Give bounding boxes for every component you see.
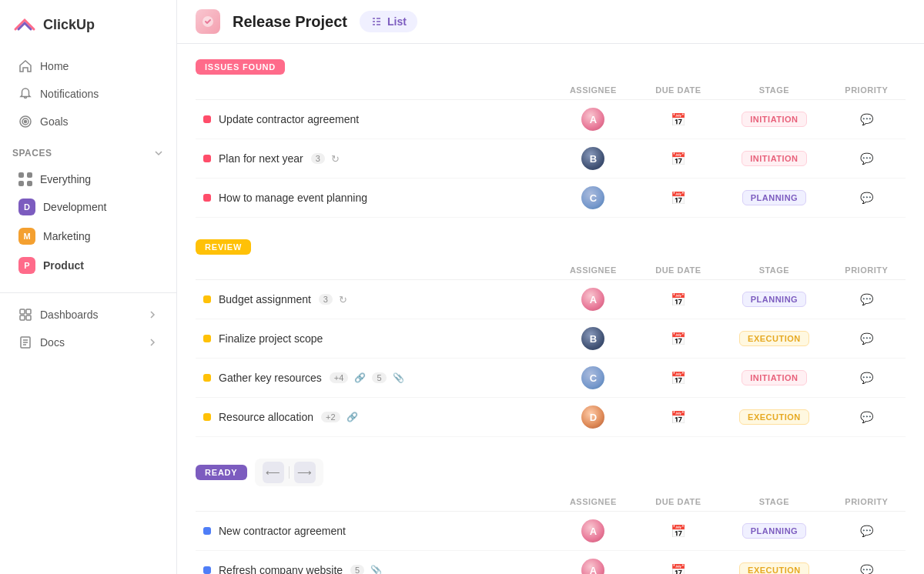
table-row[interactable]: Plan for next year 3 ↻ B 📅 — [196, 139, 906, 179]
avatar: C — [581, 186, 604, 209]
sidebar-item-everything[interactable]: Everything — [6, 166, 170, 192]
priority-dot — [203, 335, 211, 342]
table-row[interactable]: Budget assignment 3 ↻ A 📅 — [196, 280, 906, 319]
avatar: B — [581, 327, 604, 350]
priority-dot — [203, 413, 211, 421]
nav-home-label: Home — [40, 60, 69, 72]
nav-goals[interactable]: Goals — [6, 108, 170, 135]
comment-icon: 💬 — [860, 525, 873, 537]
ready-toolbar: ⟵ ⟶ — [255, 459, 323, 486]
comment-icon: 💬 — [860, 332, 873, 345]
target-icon — [18, 115, 32, 128]
stage-badge: EXECUTION — [739, 409, 809, 425]
development-label: Development — [43, 201, 107, 213]
sidebar-item-product[interactable]: P Product — [6, 251, 170, 280]
table-row[interactable]: Refresh company website 5 📎 A 📅 — [196, 551, 906, 575]
task-name: Update contractor agreement — [219, 113, 359, 125]
table-row[interactable]: Finalize project scope B 📅 EXECUTION — [196, 319, 906, 359]
table-row[interactable]: New contractor agreement A 📅 PLANNING — [196, 512, 906, 551]
attachment-icon: 📎 — [370, 565, 382, 574]
clickup-logo-icon — [12, 12, 37, 37]
view-tab-list[interactable]: List — [360, 11, 417, 32]
project-title: Release Project — [233, 13, 347, 31]
section-tag-ready: READY — [196, 465, 247, 480]
everything-label: Everything — [40, 173, 91, 185]
refresh-icon: ↻ — [339, 294, 347, 305]
calendar-icon: 📅 — [671, 113, 686, 126]
svg-rect-4 — [26, 309, 31, 314]
svg-point-2 — [25, 121, 27, 123]
sidebar-item-development[interactable]: D Development — [6, 192, 170, 222]
avatar: A — [581, 519, 604, 542]
avatar: C — [581, 366, 604, 389]
calendar-icon: 📅 — [671, 332, 686, 345]
review-table: ASSIGNEE DUE DATE STAGE PRIORITY Budget … — [196, 261, 906, 437]
task-name: Finalize project scope — [219, 332, 323, 345]
comment-icon: 💬 — [860, 372, 873, 384]
comment-icon: 💬 — [860, 411, 873, 423]
toolbar-btn-right[interactable]: ⟶ — [294, 462, 316, 483]
nav-goals-label: Goals — [40, 115, 69, 128]
priority-dot — [203, 155, 211, 162]
section-ready: READY ⟵ ⟶ ASSIGNEE DUE DATE STAGE PRIORI… — [196, 459, 906, 574]
avatar: B — [581, 147, 604, 170]
col-priority-header: PRIORITY — [828, 81, 906, 100]
spaces-header: Spaces — [0, 135, 176, 163]
stage-badge: INITIATION — [742, 112, 806, 127]
link-icon: 🔗 — [346, 412, 358, 422]
stage-badge: EXECUTION — [739, 331, 809, 346]
col-assignee-header: ASSIGNEE — [551, 81, 636, 100]
col-duedate-header-r: DUE DATE — [636, 261, 721, 280]
table-row[interactable]: Gather key resources +4 🔗 5 📎 C — [196, 359, 906, 398]
project-logo-icon — [201, 15, 215, 28]
nav-dashboards[interactable]: Dashboards — [6, 301, 170, 329]
list-icon — [370, 15, 383, 28]
toolbar-btn-left[interactable]: ⟵ — [263, 462, 284, 483]
col-name-header — [196, 81, 551, 100]
main-content: Release Project List ISSUES FOUND ASSIGN… — [177, 0, 924, 574]
nav-docs[interactable]: Docs — [6, 329, 170, 356]
nav-notifications-label: Notifications — [40, 88, 99, 100]
calendar-icon: 📅 — [671, 372, 686, 385]
col-stage-header-rd: STAGE — [721, 492, 827, 512]
stage-badge: PLANNING — [742, 523, 806, 539]
ready-table: ASSIGNEE DUE DATE STAGE PRIORITY New con… — [196, 492, 906, 574]
col-stage-header-r: STAGE — [721, 261, 827, 280]
col-duedate-header: DUE DATE — [636, 81, 721, 100]
col-priority-header-rd: PRIORITY — [828, 492, 906, 512]
priority-dot — [203, 527, 211, 535]
avatar: A — [581, 288, 604, 311]
stage-badge: PLANNING — [742, 190, 806, 205]
nav-notifications[interactable]: Notifications — [6, 80, 170, 108]
priority-dot — [203, 295, 211, 303]
calendar-icon: 📅 — [671, 564, 686, 575]
stage-badge: INITIATION — [742, 370, 806, 385]
home-icon — [18, 59, 32, 73]
calendar-icon: 📅 — [671, 411, 686, 424]
sidebar-bottom: Dashboards Docs — [0, 292, 176, 356]
comment-icon: 💬 — [860, 192, 873, 204]
app-name: ClickUp — [43, 17, 95, 33]
marketing-label: Marketing — [43, 230, 90, 242]
task-name: How to manage event planning — [219, 192, 367, 204]
priority-dot — [203, 566, 211, 574]
col-name-header-rd — [196, 492, 551, 512]
nav-home[interactable]: Home — [6, 52, 170, 80]
calendar-icon: 📅 — [671, 293, 686, 306]
spaces-list: Everything D Development M Marketing P P… — [0, 166, 176, 280]
sidebar-item-marketing[interactable]: M Marketing — [6, 222, 170, 251]
priority-dot — [203, 194, 211, 202]
top-bar: Release Project List — [177, 0, 924, 44]
table-row[interactable]: Resource allocation +2 🔗 D 📅 — [196, 398, 906, 437]
table-row[interactable]: How to manage event planning C 📅 PLANNIN… — [196, 179, 906, 218]
table-row[interactable]: Update contractor agreement A 📅 INITIATI… — [196, 100, 906, 139]
attachment-icon: 📎 — [393, 372, 404, 383]
comment-icon: 💬 — [860, 564, 873, 574]
chevron-right-icon — [147, 309, 158, 320]
development-dot: D — [18, 199, 35, 215]
chevron-right-icon-docs — [147, 337, 158, 348]
stage-badge: EXECUTION — [739, 562, 809, 574]
marketing-dot: M — [18, 228, 35, 245]
col-assignee-header-rd: ASSIGNEE — [551, 492, 636, 512]
comment-icon: 💬 — [860, 293, 873, 305]
